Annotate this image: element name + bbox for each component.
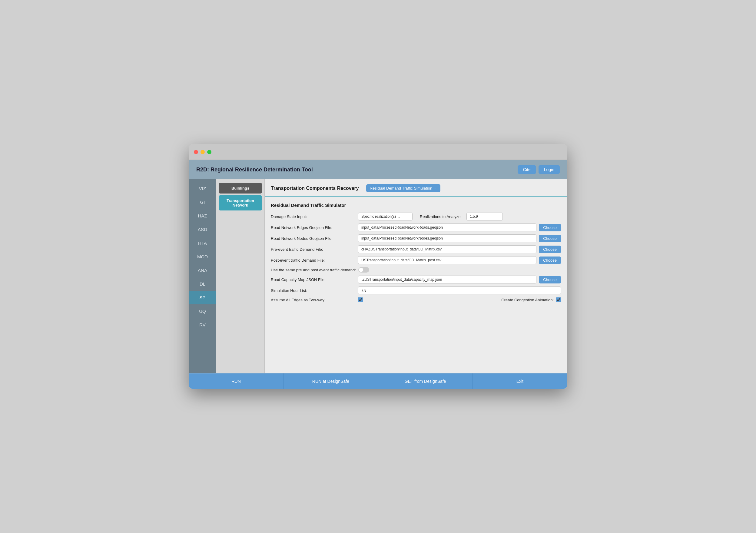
header-buttons: Cite Login xyxy=(518,165,560,174)
sidebar: VIZ GI HAZ ASD HTA MOD ANA xyxy=(189,179,216,373)
road-nodes-row: Road Network Nodes Geojson File: Choose xyxy=(271,234,561,242)
run-designsafe-button[interactable]: RUN at DesignSafe xyxy=(284,373,378,389)
simulation-hour-label: Simulation Hour List: xyxy=(271,288,356,293)
realizations-label: Realizations to Analyze: xyxy=(420,214,462,219)
damage-state-arrow-icon: ⌄ xyxy=(398,215,400,219)
road-capacity-input[interactable] xyxy=(358,276,536,283)
pre-event-input[interactable] xyxy=(358,245,536,253)
form-section-title: Residual Demand Traffic Simulator xyxy=(271,202,561,208)
get-designsafe-button[interactable]: GET from DesignSafe xyxy=(378,373,473,389)
congestion-label: Create Congestion Animation: xyxy=(501,298,554,302)
sidebar-item-viz[interactable]: VIZ xyxy=(189,182,216,195)
pre-event-label: Pre-event traffic Demand File: xyxy=(271,247,356,252)
traffic-lights xyxy=(194,150,211,154)
minimize-button[interactable] xyxy=(201,150,205,154)
form-panel: Residual Demand Traffic Simulator Damage… xyxy=(265,197,567,311)
app-title: R2D: Regional Resilience Determination T… xyxy=(196,167,313,173)
congestion-checkbox-wrapper xyxy=(556,297,561,302)
same-demand-toggle[interactable] xyxy=(358,267,369,273)
same-demand-row: Use the same pre and post event traffic … xyxy=(271,267,561,273)
inner-layout: Buildings Transportation Network Transpo… xyxy=(216,179,567,373)
realizations-input[interactable] xyxy=(467,213,503,221)
main-content: Transportation Components Recovery Resid… xyxy=(265,179,567,373)
same-demand-label: Use the same pre and post event traffic … xyxy=(271,268,356,272)
maximize-button[interactable] xyxy=(207,150,211,154)
sidebar-item-haz[interactable]: HAZ xyxy=(189,209,216,223)
simulation-hour-row: Simulation Hour List: xyxy=(271,286,561,294)
simulation-type-dropdown[interactable]: Residual Demand Traffic Simulation ⌄ xyxy=(366,184,440,192)
sidebar-item-gi[interactable]: GI xyxy=(189,195,216,209)
chevron-down-icon: ⌄ xyxy=(434,186,437,190)
damage-state-dropdown[interactable]: Specific realization(s) ⌄ xyxy=(358,213,413,221)
exit-button[interactable]: Exit xyxy=(473,373,567,389)
sidebar-item-hta[interactable]: HTA xyxy=(189,236,216,250)
road-edges-label: Road Network Edges Geojson File: xyxy=(271,225,356,230)
sidebar-item-asd[interactable]: ASD xyxy=(189,223,216,236)
toggle-dot xyxy=(359,268,363,272)
sidebar-item-uq[interactable]: UQ xyxy=(189,304,216,318)
road-capacity-choose-button[interactable]: Choose xyxy=(539,276,561,283)
sidebar-item-rv[interactable]: RV xyxy=(189,318,216,332)
assume-edges-checkbox-wrapper xyxy=(358,297,363,302)
bottom-bar: RUN RUN at DesignSafe GET from DesignSaf… xyxy=(189,373,567,389)
road-edges-input[interactable] xyxy=(358,224,536,231)
post-event-label: Post-event traffic Demand File: xyxy=(271,258,356,263)
assume-edges-checkbox[interactable] xyxy=(358,297,363,302)
road-edges-row: Road Network Edges Geojson File: Choose xyxy=(271,224,561,231)
transportation-panel-button[interactable]: Transportation Network xyxy=(219,195,262,210)
assume-edges-label: Assume All Edges as Two-way: xyxy=(271,298,356,302)
post-event-input[interactable] xyxy=(358,256,536,264)
pre-event-row: Pre-event traffic Demand File: Choose xyxy=(271,245,561,253)
login-button[interactable]: Login xyxy=(539,165,560,174)
cite-button[interactable]: Cite xyxy=(518,165,536,174)
pre-event-choose-button[interactable]: Choose xyxy=(539,246,561,253)
road-capacity-row: Road Capacity Map JSON File: Choose xyxy=(271,276,561,283)
buildings-panel-button[interactable]: Buildings xyxy=(219,183,262,194)
run-button[interactable]: RUN xyxy=(189,373,284,389)
close-button[interactable] xyxy=(194,150,198,154)
panel-sidebar: Buildings Transportation Network xyxy=(216,179,265,373)
simulation-hour-input[interactable] xyxy=(358,286,561,294)
post-event-choose-button[interactable]: Choose xyxy=(539,256,561,264)
road-edges-choose-button[interactable]: Choose xyxy=(539,224,561,231)
damage-state-value: Specific realization(s) xyxy=(361,214,396,219)
header: R2D: Regional Resilience Determination T… xyxy=(189,160,567,179)
tab-header: Transportation Components Recovery Resid… xyxy=(265,179,567,197)
damage-state-row: Damage State Input: Specific realization… xyxy=(271,213,561,221)
sidebar-item-ana[interactable]: ANA xyxy=(189,263,216,277)
dropdown-value: Residual Demand Traffic Simulation xyxy=(370,186,432,191)
post-event-row: Post-event traffic Demand File: Choose xyxy=(271,256,561,264)
titlebar xyxy=(189,144,567,160)
app-window: R2D: Regional Resilience Determination T… xyxy=(189,144,567,389)
road-nodes-choose-button[interactable]: Choose xyxy=(539,235,561,242)
assume-edges-row: Assume All Edges as Two-way: Create Cong… xyxy=(271,297,561,302)
sidebar-item-sp[interactable]: SP xyxy=(189,291,216,304)
road-nodes-label: Road Network Nodes Geojson File: xyxy=(271,236,356,241)
congestion-checkbox[interactable] xyxy=(556,297,561,302)
tab-title: Transportation Components Recovery xyxy=(271,186,359,195)
sidebar-item-dl[interactable]: DL xyxy=(189,277,216,291)
road-nodes-input[interactable] xyxy=(358,234,536,242)
road-capacity-label: Road Capacity Map JSON File: xyxy=(271,278,356,282)
damage-state-label: Damage State Input: xyxy=(271,214,356,219)
sidebar-item-mod[interactable]: MOD xyxy=(189,250,216,263)
